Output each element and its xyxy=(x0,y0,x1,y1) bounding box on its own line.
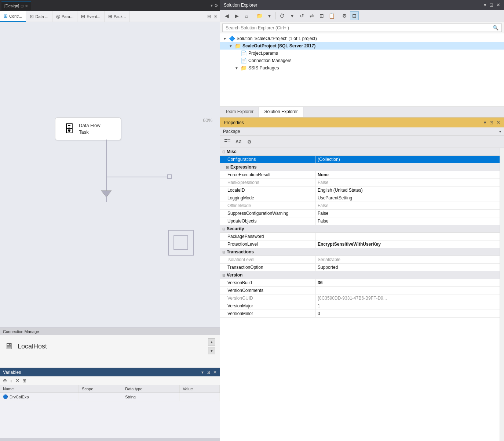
alphabetical-view-button[interactable]: AZ xyxy=(234,137,243,146)
grid-var-icon[interactable]: ⊞ xyxy=(22,378,26,383)
prop-row-isolation[interactable]: IsolationLevel Serializable xyxy=(220,256,500,264)
refresh-button[interactable]: ↺ xyxy=(297,11,306,20)
expand-arrow: ▼ xyxy=(223,37,227,41)
folder-button[interactable]: 📁 xyxy=(255,11,264,20)
scroll-up-button[interactable]: ▲ xyxy=(208,338,215,346)
tab-event[interactable]: ⊟ Event... xyxy=(77,11,104,22)
props-scrollbar[interactable] xyxy=(500,148,504,441)
props-close-icon[interactable]: ✕ xyxy=(496,120,500,125)
categorized-view-button[interactable] xyxy=(223,137,232,146)
prop-row-update[interactable]: UpdateObjects False xyxy=(220,217,500,225)
section-misc[interactable]: ⊟ Misc xyxy=(220,148,500,156)
prop-row-offline[interactable]: OfflineMode False xyxy=(220,202,500,210)
tab-contr[interactable]: ⊞ Contr... xyxy=(0,11,26,22)
prop-row-protection[interactable]: ProtectionLevel EncryptSensitiveWithUser… xyxy=(220,241,500,248)
tree-item-ssis[interactable]: ▼ 📁 SSIS Packages xyxy=(220,64,504,72)
params-label: Project.params xyxy=(248,51,278,56)
prop-row-vmajor[interactable]: VersionMajor 1 xyxy=(220,302,500,310)
variables-panel: Variables ▾ ⊡ ✕ ⊕ ↕ ✕ ⊞ Name Scope Data … xyxy=(0,368,220,441)
copy-button[interactable]: ⊡ xyxy=(317,11,326,20)
data-flow-task[interactable]: 🗄 Data Flow Task xyxy=(55,118,121,140)
prop-row-force[interactable]: ForceExecutionResult None xyxy=(220,171,500,179)
prop-row-locale[interactable]: LocaleID English (United States) xyxy=(220,187,500,194)
section-version[interactable]: ⊟ Version xyxy=(220,271,500,279)
prop-row-transaction[interactable]: TransactionOption Supported xyxy=(220,264,500,271)
params-icon: 📄 xyxy=(241,50,247,56)
design-tab[interactable]: [Design] ⊡ ✕ xyxy=(1,1,31,10)
props-selector-label: Package xyxy=(223,129,499,134)
scroll-down-button[interactable]: ▼ xyxy=(208,347,215,354)
variables-dock-icon[interactable]: ⊡ xyxy=(207,370,210,375)
prop-row-vminor[interactable]: VersionMinor 0 xyxy=(220,310,500,318)
tab-pack[interactable]: ⊞ Pack... xyxy=(105,11,130,22)
tab-team-explorer[interactable]: Team Explorer xyxy=(220,107,259,117)
prop-ellipsis-button[interactable]: … xyxy=(491,156,500,160)
dropdown-arrow-icon[interactable]: ▾ xyxy=(211,3,213,8)
dropdown-button[interactable]: ▾ xyxy=(265,11,274,20)
design-canvas[interactable]: 60% 🗄 Data Flow Task xyxy=(0,22,220,327)
sol-tab-bar: Team Explorer Solution Explorer xyxy=(220,106,504,117)
props-pin-icon[interactable]: ⊡ xyxy=(489,120,493,125)
forward-button[interactable]: ▶ xyxy=(232,11,241,20)
flow-arrow xyxy=(100,189,113,199)
toolbar-separator-3 xyxy=(338,12,338,19)
back-button[interactable]: ◀ xyxy=(222,11,231,20)
variables-header: Variables ▾ ⊡ ✕ xyxy=(0,368,220,376)
props-selector[interactable]: Package ▾ xyxy=(220,127,504,136)
sol-dropdown-icon[interactable]: ▾ xyxy=(484,2,486,8)
settings-icon[interactable]: ⚙ xyxy=(214,3,218,8)
tree-item-params[interactable]: ▶ 📄 Project.params xyxy=(220,50,504,57)
selector-dropdown-icon[interactable]: ▾ xyxy=(499,130,501,134)
prop-row-configurations[interactable]: Configurations (Collection) … xyxy=(220,156,500,163)
prop-row-suppress[interactable]: SuppressConfigurationWarning False xyxy=(220,210,500,217)
section-security[interactable]: ⊟ Security xyxy=(220,225,500,233)
expand-icon[interactable]: ⊡ xyxy=(213,14,218,19)
prop-name-vguid: VersionGUID xyxy=(220,294,315,302)
active-button[interactable]: ⊟ xyxy=(350,11,359,20)
property-pages-button[interactable]: ⚙ xyxy=(245,137,254,146)
sync-button[interactable]: ⇄ xyxy=(307,11,316,20)
sol-close-icon[interactable]: ✕ xyxy=(496,2,500,8)
dropdown-button-2[interactable]: ▾ xyxy=(288,11,296,20)
tab-pin-icon[interactable]: ⊡ xyxy=(21,4,23,8)
section-expressions[interactable]: ⊞ Expressions xyxy=(220,163,500,171)
sol-search-bar[interactable]: 🔍 xyxy=(222,24,502,32)
tab-data[interactable]: ⊡ Data ... xyxy=(26,11,52,22)
section-transactions[interactable]: ⊟ Transactions xyxy=(220,248,500,256)
minimize-icon[interactable]: ⊟ xyxy=(207,14,211,19)
prop-row-vcomments[interactable]: VersionComments xyxy=(220,287,500,294)
sol-pin-icon[interactable]: ⊡ xyxy=(489,2,493,8)
prop-row-vbuild[interactable]: VersionBuild 36 xyxy=(220,279,500,287)
project-icon: 📁 xyxy=(235,43,241,49)
prop-name-offline: OfflineMode xyxy=(220,202,315,209)
prop-row-logging[interactable]: LoggingMode UseParentSetting xyxy=(220,194,500,202)
timer-button[interactable]: ⏱ xyxy=(278,11,286,20)
horizontal-scrollbar[interactable] xyxy=(0,438,220,441)
sol-search-input[interactable] xyxy=(226,25,493,30)
tab-para[interactable]: ◎ Para... xyxy=(52,11,77,22)
prop-name-transaction: TransactionOption xyxy=(220,264,315,271)
prop-row-vguid[interactable]: VersionGUID {8C3590DD-9331-47B6-B9FF-D9.… xyxy=(220,294,500,302)
move-var-icon[interactable]: ↕ xyxy=(10,378,12,383)
tab-solution-explorer[interactable]: Solution Explorer xyxy=(259,107,303,117)
var-icon: 🔵 xyxy=(3,394,8,399)
home-button[interactable]: ⌂ xyxy=(242,11,251,20)
localhost-label[interactable]: LocalHost xyxy=(18,343,47,350)
tab-close-icon[interactable]: ✕ xyxy=(25,4,28,8)
prop-value-offline: False xyxy=(315,202,500,209)
prop-row-hasexpr[interactable]: HasExpressions False xyxy=(220,179,500,187)
add-var-icon[interactable]: ⊕ xyxy=(3,378,7,383)
prop-row-pkgpassword[interactable]: PackagePassword xyxy=(220,233,500,241)
settings-button[interactable]: ⚙ xyxy=(340,11,349,20)
props-dropdown-icon[interactable]: ▾ xyxy=(484,120,486,125)
tree-item-project[interactable]: ▼ 📁 ScaleOutProject (SQL Server 2017) xyxy=(220,42,504,50)
paste-button[interactable]: 📋 xyxy=(327,11,336,20)
tree-item-conn-managers[interactable]: ▶ 📄 Connection Managers xyxy=(220,57,504,64)
search-icon[interactable]: 🔍 xyxy=(493,25,498,30)
variables-pin-icon[interactable]: ▾ xyxy=(201,370,204,375)
variables-close-icon[interactable]: ✕ xyxy=(213,370,217,375)
delete-var-icon[interactable]: ✕ xyxy=(15,378,19,383)
table-row[interactable]: 🔵 DrvColExp String xyxy=(0,393,220,401)
tree-item-solution[interactable]: ▼ 🔷 Solution 'ScaleOutProject' (1 of 1 p… xyxy=(220,35,504,42)
task-label-line1: Data Flow xyxy=(79,122,101,129)
